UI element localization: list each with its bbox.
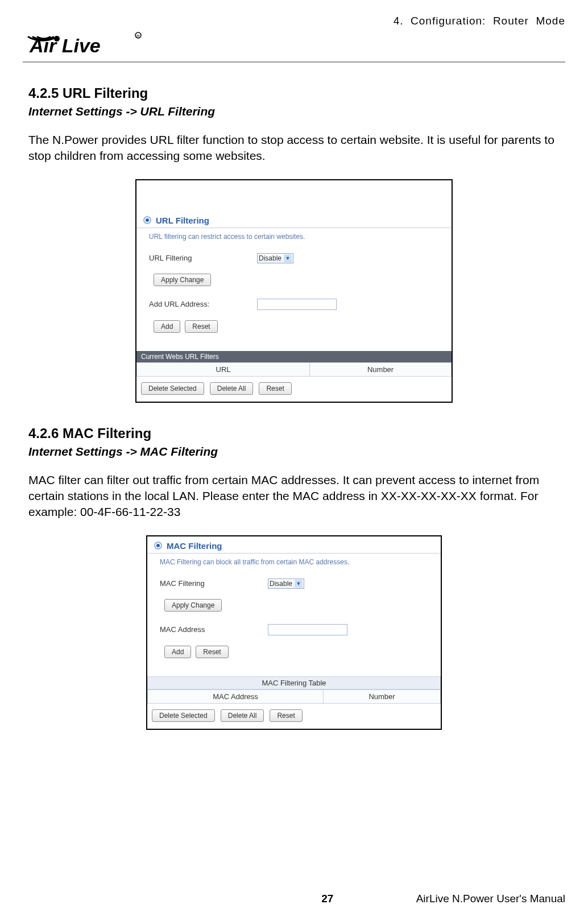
chapter-label: 4. Configuration: Router Mode xyxy=(394,15,565,27)
select-value: Disable xyxy=(270,580,292,588)
panel-desc-url: URL filtering can restrict access to cer… xyxy=(136,230,452,251)
delete-all-button[interactable]: Delete All xyxy=(221,709,264,722)
col-mac: MAC Address xyxy=(148,689,324,703)
reset-button[interactable]: Reset xyxy=(185,320,217,333)
header-divider xyxy=(23,61,565,63)
mac-address-label: MAC Address xyxy=(160,625,268,634)
select-value: Disable xyxy=(259,254,281,262)
panel-title-url: URL Filtering xyxy=(136,212,452,228)
mac-filtering-panel: MAC Filtering MAC Filtering can block al… xyxy=(146,535,442,730)
section-heading-mac: 4.2.6 MAC Filtering xyxy=(28,426,560,441)
mac-table-title: MAC Filtering Table xyxy=(147,676,441,689)
svg-text:Air Live: Air Live xyxy=(29,35,101,56)
col-number: Number xyxy=(324,689,441,703)
svg-text:R: R xyxy=(136,34,140,39)
add-url-label: Add URL Address: xyxy=(149,300,257,308)
mac-address-input[interactable] xyxy=(268,624,347,635)
section-paragraph-url: The N.Power provides URL filter function… xyxy=(28,132,560,164)
add-button[interactable]: Add xyxy=(154,320,180,333)
url-filter-table: URL Number xyxy=(136,362,452,377)
delete-selected-button[interactable]: Delete Selected xyxy=(141,382,204,395)
url-filter-select[interactable]: Disable ▼ xyxy=(257,253,293,263)
reset-table-button[interactable]: Reset xyxy=(270,709,302,722)
col-url: URL xyxy=(137,362,310,376)
delete-all-button[interactable]: Delete All xyxy=(210,382,254,395)
page-number: 27 xyxy=(321,893,333,905)
panel-title-text: URL Filtering xyxy=(156,216,209,225)
add-button[interactable]: Add xyxy=(164,646,191,658)
col-number: Number xyxy=(310,362,452,376)
reset-button[interactable]: Reset xyxy=(196,646,228,658)
panel-title-mac: MAC Filtering xyxy=(147,538,441,553)
url-table-title: Current Webs URL Filters xyxy=(136,351,452,362)
apply-change-button[interactable]: Apply Change xyxy=(154,274,211,286)
section-heading-url: 4.2.5 URL Filtering xyxy=(28,85,560,101)
panel-title-text: MAC Filtering xyxy=(167,541,222,551)
manual-name: AirLive N.Power User's Manual xyxy=(416,893,565,905)
brand-logo: Air Live R xyxy=(23,11,171,57)
add-url-input[interactable] xyxy=(257,299,337,310)
chevron-down-icon: ▼ xyxy=(284,254,292,262)
bullet-icon xyxy=(143,216,151,224)
delete-selected-button[interactable]: Delete Selected xyxy=(152,709,215,722)
mac-filter-select[interactable]: Disable ▼ xyxy=(268,579,304,589)
url-filter-label: URL Filtering xyxy=(149,254,257,262)
section-paragraph-mac: MAC filter can filter out traffic from c… xyxy=(28,472,560,521)
bullet-icon xyxy=(154,542,162,550)
chevron-down-icon: ▼ xyxy=(295,580,303,588)
mac-filter-table: MAC Address Number xyxy=(147,689,441,704)
breadcrumb-url: Internet Settings -> URL Filtering xyxy=(28,105,560,118)
apply-change-button[interactable]: Apply Change xyxy=(164,599,222,612)
mac-filter-label: MAC Filtering xyxy=(160,579,268,588)
url-filtering-panel: URL Filtering URL filtering can restrict… xyxy=(135,179,453,403)
breadcrumb-mac: Internet Settings -> MAC Filtering xyxy=(28,445,560,459)
panel-desc-mac: MAC Filtering can block all traffic from… xyxy=(147,556,441,576)
reset-table-button[interactable]: Reset xyxy=(259,382,291,395)
